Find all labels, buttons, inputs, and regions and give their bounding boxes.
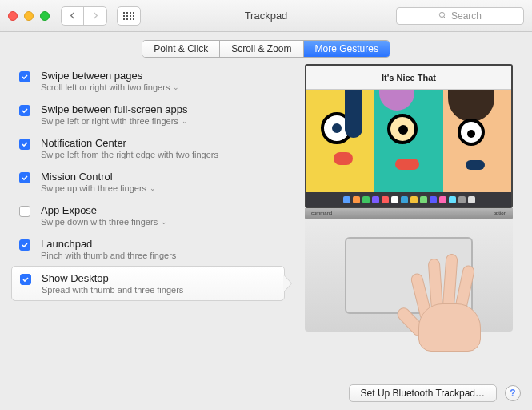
dock-icon	[439, 196, 446, 203]
show-all-button[interactable]	[117, 6, 141, 26]
preview-monitor: It's Nice That	[305, 64, 513, 208]
dock-icon	[449, 196, 456, 203]
checkbox[interactable]	[19, 139, 30, 150]
chevron-down-icon[interactable]: ⌄	[161, 218, 167, 226]
back-button[interactable]	[62, 7, 84, 25]
nav-buttons	[61, 6, 107, 26]
gesture-title: Mission Control	[41, 171, 277, 183]
close-icon[interactable]	[8, 11, 18, 21]
tab-scroll-and-zoom[interactable]: Scroll & Zoom	[220, 41, 303, 57]
preview-trackpad-body	[305, 219, 513, 332]
gesture-swipe-fullscreen-apps[interactable]: Swipe between full-screen apps Swipe lef…	[11, 98, 285, 131]
gesture-subtitle: Swipe down with three fingers	[41, 217, 158, 227]
dock-icon	[391, 196, 398, 203]
preview-dock	[306, 192, 511, 207]
checkbox[interactable]	[19, 239, 30, 251]
gesture-title: Show Desktop	[42, 272, 276, 284]
gesture-preview: It's Nice That	[297, 64, 521, 368]
dock-icon	[430, 196, 437, 203]
dock-icon	[410, 196, 418, 203]
search-icon	[438, 11, 447, 20]
chevron-down-icon[interactable]: ⌄	[182, 117, 188, 125]
checkbox[interactable]	[19, 71, 30, 82]
gesture-subtitle: Swipe left or right with three fingers	[41, 116, 178, 126]
gesture-list: Swipe between pages Scroll left or right…	[11, 64, 285, 368]
dock-icon	[343, 196, 350, 203]
search-placeholder: Search	[451, 10, 482, 22]
gesture-launchpad[interactable]: Launchpad Pinch with thumb and three fin…	[11, 232, 285, 266]
gesture-subtitle: Pinch with thumb and three fingers	[41, 251, 176, 260]
preview-artwork	[306, 90, 511, 192]
zoom-icon[interactable]	[40, 11, 50, 21]
dock-icon	[401, 196, 408, 203]
dock-icon	[353, 196, 360, 203]
dock-icon	[362, 196, 370, 203]
chevron-down-icon[interactable]: ⌄	[150, 184, 156, 192]
key-command: command	[311, 211, 332, 217]
tab-point-and-click[interactable]: Point & Click	[142, 41, 220, 57]
checkbox[interactable]	[20, 274, 31, 285]
help-button[interactable]: ?	[505, 385, 521, 401]
gesture-title: Swipe between pages	[41, 70, 277, 82]
tab-segmented-control: Point & Click Scroll & Zoom More Gesture…	[142, 40, 390, 58]
trackpad-preferences-window: Trackpad Search Point & Click Scroll & Z…	[0, 0, 532, 410]
tab-more-gestures[interactable]: More Gestures	[304, 41, 390, 57]
tab-row: Point & Click Scroll & Zoom More Gesture…	[11, 40, 521, 58]
dock-icon	[420, 196, 427, 203]
gesture-subtitle: Swipe left from the right edge with two …	[41, 150, 218, 159]
window-controls	[8, 11, 50, 21]
preview-keyboard-row: command option	[305, 208, 513, 219]
minimize-icon[interactable]	[24, 11, 34, 21]
gesture-notification-center[interactable]: Notification Center Swipe left from the …	[11, 131, 285, 165]
gesture-title: Swipe between full-screen apps	[41, 103, 277, 115]
setup-bluetooth-trackpad-button[interactable]: Set Up Bluetooth Trackpad…	[349, 384, 497, 402]
gesture-title: App Exposé	[41, 204, 277, 216]
bottom-bar: Set Up Bluetooth Trackpad… ?	[0, 380, 532, 410]
gesture-subtitle: Scroll left or right with two fingers	[41, 82, 170, 92]
gesture-subtitle: Spread with thumb and three fingers	[42, 285, 183, 295]
gesture-title: Launchpad	[41, 238, 277, 250]
content-area: Point & Click Scroll & Zoom More Gesture…	[0, 32, 532, 380]
gesture-show-desktop[interactable]: Show Desktop Spread with thumb and three…	[11, 266, 285, 301]
gesture-swipe-between-pages[interactable]: Swipe between pages Scroll left or right…	[11, 64, 285, 98]
gesture-app-expose[interactable]: App Exposé Swipe down with three fingers…	[11, 199, 285, 232]
preview-site-title: It's Nice That	[306, 66, 511, 90]
titlebar: Trackpad Search	[0, 0, 532, 32]
dock-icon	[468, 196, 475, 203]
svg-point-0	[439, 12, 444, 17]
search-input[interactable]: Search	[396, 7, 524, 25]
key-option: option	[494, 211, 506, 217]
gesture-subtitle: Swipe up with three fingers	[41, 183, 146, 193]
gesture-mission-control[interactable]: Mission Control Swipe up with three fing…	[11, 165, 285, 199]
checkbox[interactable]	[19, 172, 30, 183]
checkbox[interactable]	[19, 206, 30, 217]
chevron-down-icon[interactable]: ⌄	[173, 83, 179, 91]
grid-icon	[123, 12, 134, 20]
checkbox[interactable]	[19, 105, 30, 116]
preview-hand	[410, 255, 490, 352]
gesture-title: Notification Center	[41, 137, 277, 149]
dock-icon	[382, 196, 389, 203]
dock-icon	[458, 196, 466, 203]
dock-icon	[372, 196, 379, 203]
forward-button[interactable]	[84, 7, 106, 25]
split-area: Swipe between pages Scroll left or right…	[11, 64, 521, 368]
svg-line-1	[444, 17, 446, 19]
